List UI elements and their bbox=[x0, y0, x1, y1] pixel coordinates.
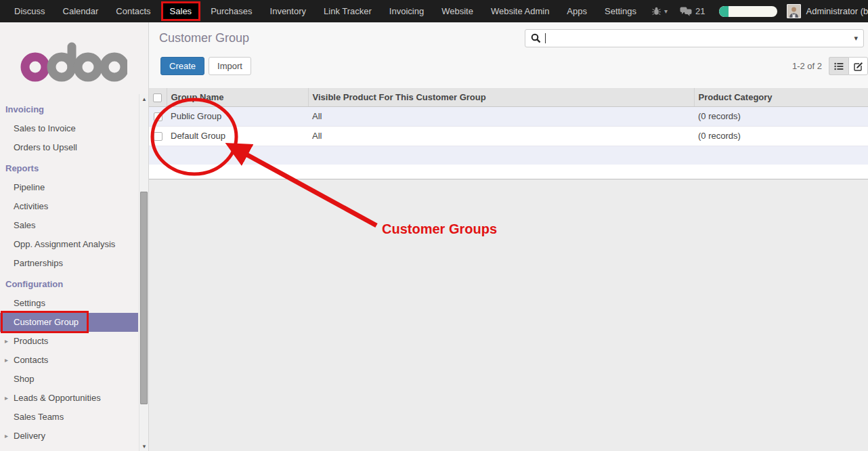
select-all-cell bbox=[149, 88, 167, 106]
menu-contacts[interactable]: Contacts bbox=[107, 0, 159, 22]
messages-icon[interactable]: 21 bbox=[680, 6, 705, 16]
view-switcher bbox=[829, 57, 868, 75]
sidebar-item-shop[interactable]: Shop bbox=[0, 370, 148, 389]
chevron-right-icon: ▸ bbox=[5, 389, 8, 408]
search-bar[interactable]: ▾ bbox=[525, 29, 864, 47]
cell-visible-product[interactable]: All bbox=[308, 106, 694, 126]
table-header-row: Group Name Visible Product For This Cust… bbox=[149, 88, 868, 106]
create-button[interactable]: Create bbox=[160, 57, 204, 75]
chevron-right-icon: ▸ bbox=[5, 427, 8, 446]
main-content: Customer Group ▾ Create Import bbox=[149, 22, 868, 451]
sidebar-section-invoicing: Invoicing bbox=[0, 100, 148, 119]
scroll-up-icon[interactable]: ▴ bbox=[139, 94, 149, 104]
search-input[interactable] bbox=[546, 30, 854, 47]
menu-settings[interactable]: Settings bbox=[596, 0, 645, 22]
customer-group-table: Group Name Visible Product For This Cust… bbox=[149, 88, 868, 146]
chevron-right-icon: ▸ bbox=[5, 332, 8, 351]
menu-discuss[interactable]: Discuss bbox=[5, 0, 54, 22]
sidebar-item-delivery[interactable]: ▸Delivery bbox=[0, 427, 148, 446]
sidebar-item-products[interactable]: ▸Products bbox=[0, 332, 148, 351]
form-view-button[interactable] bbox=[848, 57, 868, 75]
menu-website[interactable]: Website bbox=[433, 0, 482, 22]
menu-sales[interactable]: Sales bbox=[161, 1, 201, 21]
sidebar-item-label: Delivery bbox=[14, 431, 45, 441]
message-count: 21 bbox=[695, 6, 705, 16]
sidebar-item-label: Contacts bbox=[14, 355, 48, 365]
content-background bbox=[149, 179, 868, 451]
row-checkbox[interactable] bbox=[154, 112, 162, 121]
import-button[interactable]: Import bbox=[209, 57, 251, 75]
cell-product-category[interactable]: (0 records) bbox=[694, 126, 868, 146]
sidebar-item-customer-group[interactable]: Customer Group bbox=[0, 313, 138, 332]
menu-apps[interactable]: Apps bbox=[558, 0, 596, 22]
menu-calendar[interactable]: Calendar bbox=[54, 0, 108, 22]
sidebar-item-leads-opportunities[interactable]: ▸Leads & Opportunities bbox=[0, 389, 148, 408]
sidebar-item-partnerships[interactable]: Partnerships bbox=[0, 254, 148, 273]
sidebar-scrollbar[interactable]: ▴ ▾ bbox=[139, 94, 148, 451]
odoo-logo[interactable] bbox=[0, 22, 148, 94]
timer-pill[interactable] bbox=[719, 6, 777, 17]
menu-purchases[interactable]: Purchases bbox=[202, 0, 261, 22]
cell-product-category[interactable]: (0 records) bbox=[694, 106, 868, 126]
avatar[interactable] bbox=[787, 4, 801, 18]
sidebar-item-label: Leads & Opportunities bbox=[14, 393, 101, 403]
menu-link-tracker[interactable]: Link Tracker bbox=[315, 0, 381, 22]
sidebar-item-orders-to-upsell[interactable]: Orders to Upsell bbox=[0, 138, 148, 157]
column-product-category[interactable]: Product Category bbox=[694, 88, 868, 106]
sidebar-item-label: Products bbox=[14, 336, 48, 346]
scrollbar-thumb[interactable] bbox=[140, 192, 148, 404]
search-options-chevron-down-icon[interactable]: ▾ bbox=[854, 34, 858, 43]
scroll-down-icon[interactable]: ▾ bbox=[139, 442, 149, 451]
table-bottom-padding bbox=[149, 165, 868, 179]
row-checkbox[interactable] bbox=[154, 132, 162, 141]
control-panel: Customer Group ▾ Create Import bbox=[149, 22, 868, 88]
sidebar-item-label: Customer Group bbox=[14, 317, 79, 327]
sidebar-item-sales[interactable]: Sales bbox=[0, 216, 148, 235]
sidebar-item-activities[interactable]: Activities bbox=[0, 197, 148, 216]
sidebar-item-sales-teams[interactable]: Sales Teams bbox=[0, 408, 148, 427]
sidebar-item-sales-to-invoice[interactable]: Sales to Invoice bbox=[0, 119, 148, 138]
cell-visible-product[interactable]: All bbox=[308, 126, 694, 146]
user-menu[interactable]: Administrator (braintree) bbox=[806, 6, 868, 16]
chevron-right-icon: ▸ bbox=[5, 351, 8, 370]
timer-progress bbox=[719, 6, 729, 17]
menu-inventory[interactable]: Inventory bbox=[261, 0, 315, 22]
cell-group-name[interactable]: Public Group bbox=[167, 106, 308, 126]
menu-website-admin[interactable]: Website Admin bbox=[482, 0, 558, 22]
pager: 1-2 of 2 bbox=[792, 61, 822, 71]
sidebar-menu: Invoicing Sales to Invoice Orders to Ups… bbox=[0, 94, 148, 446]
topbar: Discuss Calendar Contacts Sales Purchase… bbox=[0, 0, 868, 22]
column-group-name[interactable]: Group Name bbox=[167, 88, 308, 106]
topbar-right: ▾ 21 Administrator (braintree) ▾ bbox=[645, 0, 868, 22]
list-view-button[interactable] bbox=[829, 57, 848, 75]
column-visible-product[interactable]: Visible Product For This Customer Group bbox=[308, 88, 694, 106]
sidebar-section-reports: Reports bbox=[0, 159, 148, 178]
sidebar-item-settings[interactable]: Settings bbox=[0, 294, 148, 313]
sidebar-item-pipeline[interactable]: Pipeline bbox=[0, 178, 148, 197]
menu-invoicing[interactable]: Invoicing bbox=[381, 0, 433, 22]
table-row[interactable]: Default Group All (0 records) bbox=[149, 126, 868, 146]
sidebar-section-configuration: Configuration bbox=[0, 275, 148, 294]
search-icon bbox=[531, 33, 541, 43]
table-row[interactable]: Public Group All (0 records) bbox=[149, 106, 868, 126]
page-title[interactable]: Customer Group bbox=[159, 31, 249, 45]
select-all-checkbox[interactable] bbox=[153, 93, 162, 102]
empty-table-strip bbox=[149, 146, 868, 165]
topbar-menus: Discuss Calendar Contacts Sales Purchase… bbox=[0, 0, 645, 22]
sidebar: Invoicing Sales to Invoice Orders to Ups… bbox=[0, 22, 149, 451]
chevron-down-icon: ▾ bbox=[664, 7, 668, 15]
debug-bug-icon[interactable]: ▾ bbox=[651, 7, 668, 16]
sidebar-item-opp-assignment-analysis[interactable]: Opp. Assignment Analysis bbox=[0, 235, 148, 254]
cell-group-name[interactable]: Default Group bbox=[167, 126, 308, 146]
sidebar-item-contacts[interactable]: ▸Contacts bbox=[0, 351, 148, 370]
